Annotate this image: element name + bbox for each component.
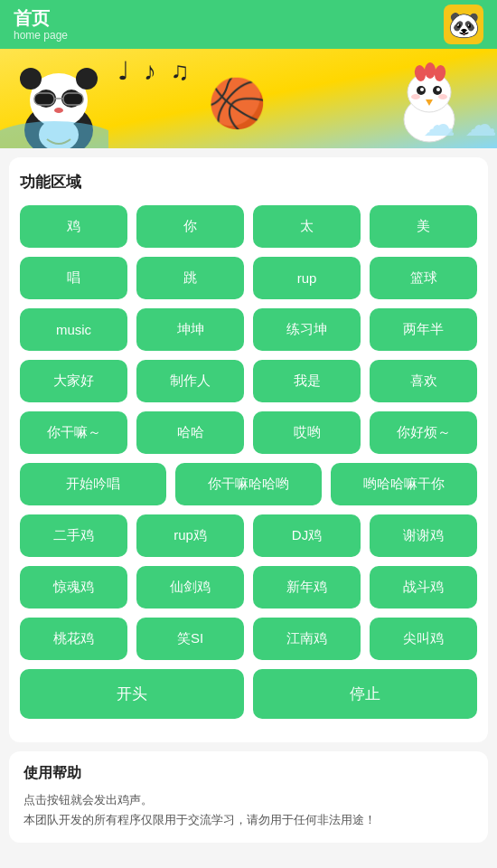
stop-button[interactable]: 停止 xyxy=(253,669,477,719)
btn-aiyo[interactable]: 哎哟 xyxy=(253,411,361,454)
svg-point-14 xyxy=(425,62,436,79)
btn-xinnian[interactable]: 新年鸡 xyxy=(253,566,361,609)
btn-nihaofen[interactable]: 你好烦～ xyxy=(370,411,477,454)
btn-zhandou[interactable]: 战斗鸡 xyxy=(370,566,477,609)
svg-point-19 xyxy=(436,88,440,91)
button-row-6: 开始吟唱 你干嘛哈哈哟 哟哈哈嘛干你 xyxy=(20,463,477,505)
avatar: 🐼 xyxy=(444,5,483,44)
help-title: 使用帮助 xyxy=(23,764,474,783)
page-subtitle: home page xyxy=(14,29,68,42)
help-line-1: 点击按钮就会发出鸡声。 xyxy=(23,790,474,810)
btn-tiao[interactable]: 跳 xyxy=(136,257,244,299)
avatar-emoji: 🐼 xyxy=(448,10,480,40)
button-row-8: 惊魂鸡 仙剑鸡 新年鸡 战斗鸡 xyxy=(20,566,477,609)
btn-xianjian[interactable]: 仙剑鸡 xyxy=(136,566,244,609)
btn-kunkun[interactable]: 坤坤 xyxy=(136,308,244,351)
btn-xiaosi[interactable]: 笑SI xyxy=(136,618,244,660)
btn-music[interactable]: music xyxy=(20,308,127,351)
btn-zhizuoren[interactable]: 制作人 xyxy=(136,360,244,402)
svg-point-21 xyxy=(411,94,420,99)
btn-xiexieji[interactable]: 谢谢鸡 xyxy=(370,514,477,557)
button-row-1: 鸡 你 太 美 xyxy=(20,205,477,248)
svg-point-18 xyxy=(420,88,424,91)
btn-xihuan[interactable]: 喜欢 xyxy=(370,360,477,402)
btn-niganna2[interactable]: 你干嘛哈哈哟 xyxy=(175,463,322,505)
svg-rect-8 xyxy=(63,93,83,105)
help-section: 使用帮助 点击按钮就会发出鸡声。 本团队开发的所有程序仅限用于交流学习，请勿用于… xyxy=(9,751,488,843)
btn-djji[interactable]: DJ鸡 xyxy=(253,514,361,557)
btn-jianjiao[interactable]: 尖叫鸡 xyxy=(370,618,477,660)
btn-taohua[interactable]: 桃花鸡 xyxy=(20,618,127,660)
btn-yo[interactable]: 哟哈哈嘛干你 xyxy=(331,463,477,505)
header-left: 首页 home page xyxy=(14,7,68,42)
btn-woshi[interactable]: 我是 xyxy=(253,360,361,402)
btn-ershouji[interactable]: 二手鸡 xyxy=(20,514,127,557)
svg-point-3 xyxy=(20,68,42,90)
svg-point-4 xyxy=(76,68,98,90)
button-row-3: music 坤坤 练习坤 两年半 xyxy=(20,308,477,351)
btn-lanqiu[interactable]: 篮球 xyxy=(370,257,477,299)
banner: ♩ ♪ ♫ 🏀 xyxy=(0,49,497,148)
function-section-title: 功能区域 xyxy=(20,172,477,193)
btn-ni[interactable]: 你 xyxy=(136,205,244,248)
app-header: 首页 home page 🐼 xyxy=(0,0,497,49)
function-section: 功能区域 鸡 你 太 美 唱 跳 rup 篮球 music 坤坤 练习坤 两年半… xyxy=(9,157,488,742)
button-row-2: 唱 跳 rup 篮球 xyxy=(20,257,477,299)
page-title: 首页 xyxy=(14,7,68,29)
button-row-7: 二手鸡 rup鸡 DJ鸡 谢谢鸡 xyxy=(20,514,477,557)
btn-jiangnan[interactable]: 江南鸡 xyxy=(253,618,361,660)
btn-tai[interactable]: 太 xyxy=(253,205,361,248)
btn-liankun[interactable]: 练习坤 xyxy=(253,308,361,351)
btn-rup[interactable]: rup xyxy=(253,257,361,299)
btn-liangnianban[interactable]: 两年半 xyxy=(370,308,477,351)
help-line-2: 本团队开发的所有程序仅限用于交流学习，请勿用于任何非法用途！ xyxy=(23,810,474,830)
clouds-decoration: ☁ ☁ xyxy=(423,106,497,144)
btn-haha[interactable]: 哈哈 xyxy=(136,411,244,454)
svg-point-23 xyxy=(0,121,108,148)
banner-inner: ♩ ♪ ♫ 🏀 xyxy=(0,49,497,148)
button-row-4: 大家好 制作人 我是 喜欢 xyxy=(20,360,477,402)
btn-chang[interactable]: 唱 xyxy=(20,257,127,299)
btn-mei[interactable]: 美 xyxy=(370,205,477,248)
btn-jinghun[interactable]: 惊魂鸡 xyxy=(20,566,127,609)
svg-rect-7 xyxy=(34,93,54,105)
button-row-5: 你干嘛～ 哈哈 哎哟 你好烦～ xyxy=(20,411,477,454)
svg-point-22 xyxy=(438,94,447,99)
btn-kaishiyinchang[interactable]: 开始吟唱 xyxy=(20,463,166,505)
btn-niganna[interactable]: 你干嘛～ xyxy=(20,411,127,454)
music-notes: ♩ ♪ ♫ xyxy=(117,56,193,86)
btn-dajiahao[interactable]: 大家好 xyxy=(20,360,127,402)
btn-ji[interactable]: 鸡 xyxy=(20,205,127,248)
btn-rupji[interactable]: rup鸡 xyxy=(136,514,244,557)
button-row-9: 桃花鸡 笑SI 江南鸡 尖叫鸡 xyxy=(20,618,477,660)
action-buttons: 开头 停止 xyxy=(20,669,477,719)
start-button[interactable]: 开头 xyxy=(20,669,244,719)
basketball-icon: 🏀 xyxy=(208,76,267,131)
